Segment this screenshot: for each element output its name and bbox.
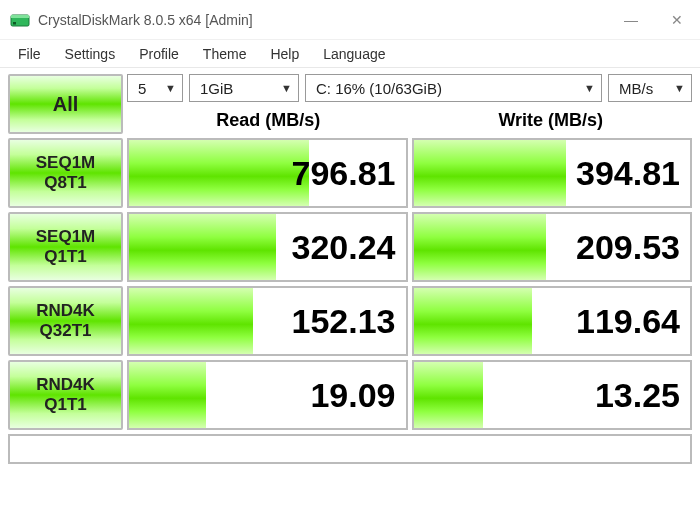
menu-profile[interactable]: Profile: [127, 42, 191, 66]
runs-value: 5: [138, 80, 146, 97]
write-fill-bar: [414, 362, 483, 428]
size-select[interactable]: 1GiB ▼: [189, 74, 299, 102]
chevron-down-icon: ▼: [674, 82, 685, 94]
read-value: 796.81: [292, 154, 396, 193]
chevron-down-icon: ▼: [165, 82, 176, 94]
read-value: 19.09: [310, 376, 395, 415]
drive-select[interactable]: C: 16% (10/63GiB) ▼: [305, 74, 602, 102]
unit-select[interactable]: MB/s ▼: [608, 74, 692, 102]
window-title: CrystalDiskMark 8.0.5 x64 [Admin]: [38, 12, 608, 28]
menu-help[interactable]: Help: [258, 42, 311, 66]
title-bar: CrystalDiskMark 8.0.5 x64 [Admin] — ✕: [0, 0, 700, 40]
test-row: RND4K Q1T1 19.09 13.25: [8, 360, 692, 430]
menu-bar: File Settings Profile Theme Help Languag…: [0, 40, 700, 68]
svg-rect-2: [13, 22, 16, 25]
test-name-line1: RND4K: [36, 301, 95, 321]
test-row: SEQ1M Q1T1 320.24 209.53: [8, 212, 692, 282]
menu-settings[interactable]: Settings: [53, 42, 128, 66]
test-name-line2: Q32T1: [40, 321, 92, 341]
read-value-cell: 152.13: [127, 286, 408, 356]
read-value-cell: 320.24: [127, 212, 408, 282]
read-value: 320.24: [292, 228, 396, 267]
test-button-seq1m-q1t1[interactable]: SEQ1M Q1T1: [8, 212, 123, 282]
test-name-line2: Q1T1: [44, 247, 87, 267]
test-row: RND4K Q32T1 152.13 119.64: [8, 286, 692, 356]
selects-row: 5 ▼ 1GiB ▼ C: 16% (10/63GiB) ▼ MB/s ▼: [127, 74, 692, 102]
write-fill-bar: [414, 288, 533, 354]
test-name-line2: Q8T1: [44, 173, 87, 193]
write-fill-bar: [414, 140, 566, 206]
work-area: All 5 ▼ 1GiB ▼ C: 16% (10/63GiB) ▼ MB/s …: [0, 68, 700, 472]
read-fill-bar: [129, 140, 309, 206]
column-headers: Read (MB/s) Write (MB/s): [127, 106, 692, 134]
read-fill-bar: [129, 288, 253, 354]
svg-rect-1: [11, 15, 29, 18]
unit-value: MB/s: [619, 80, 653, 97]
read-header: Read (MB/s): [127, 106, 410, 134]
chevron-down-icon: ▼: [584, 82, 595, 94]
write-value-cell: 394.81: [412, 138, 693, 208]
app-icon: [10, 10, 30, 30]
menu-language[interactable]: Language: [311, 42, 397, 66]
run-all-button[interactable]: All: [8, 74, 123, 134]
close-button[interactable]: ✕: [654, 0, 700, 40]
read-value: 152.13: [292, 302, 396, 341]
window-controls: — ✕: [608, 0, 700, 40]
read-fill-bar: [129, 362, 206, 428]
test-row: SEQ1M Q8T1 796.81 394.81: [8, 138, 692, 208]
tests-grid: SEQ1M Q8T1 796.81 394.81 SEQ1M Q1T1 320.…: [8, 138, 692, 430]
test-name-line2: Q1T1: [44, 395, 87, 415]
runs-select[interactable]: 5 ▼: [127, 74, 183, 102]
write-fill-bar: [414, 214, 547, 280]
controls-stack: 5 ▼ 1GiB ▼ C: 16% (10/63GiB) ▼ MB/s ▼ Re…: [127, 74, 692, 134]
test-button-rnd4k-q32t1[interactable]: RND4K Q32T1: [8, 286, 123, 356]
read-value-cell: 19.09: [127, 360, 408, 430]
test-button-rnd4k-q1t1[interactable]: RND4K Q1T1: [8, 360, 123, 430]
read-value-cell: 796.81: [127, 138, 408, 208]
read-fill-bar: [129, 214, 276, 280]
menu-file[interactable]: File: [6, 42, 53, 66]
chevron-down-icon: ▼: [281, 82, 292, 94]
write-value: 209.53: [576, 228, 680, 267]
size-value: 1GiB: [200, 80, 233, 97]
write-value-cell: 209.53: [412, 212, 693, 282]
status-bar: [8, 434, 692, 464]
write-value: 13.25: [595, 376, 680, 415]
test-name-line1: SEQ1M: [36, 227, 96, 247]
write-value-cell: 119.64: [412, 286, 693, 356]
menu-theme[interactable]: Theme: [191, 42, 259, 66]
drive-value: C: 16% (10/63GiB): [316, 80, 442, 97]
test-name-line1: RND4K: [36, 375, 95, 395]
test-name-line1: SEQ1M: [36, 153, 96, 173]
minimize-button[interactable]: —: [608, 0, 654, 40]
write-value: 119.64: [576, 302, 680, 341]
controls-row: All 5 ▼ 1GiB ▼ C: 16% (10/63GiB) ▼ MB/s …: [8, 74, 692, 134]
write-value-cell: 13.25: [412, 360, 693, 430]
test-button-seq1m-q8t1[interactable]: SEQ1M Q8T1: [8, 138, 123, 208]
write-value: 394.81: [576, 154, 680, 193]
write-header: Write (MB/s): [410, 106, 693, 134]
